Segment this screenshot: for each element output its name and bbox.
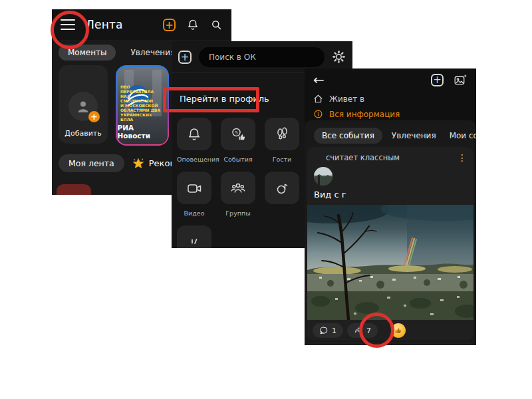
back-icon[interactable]: ← — [313, 73, 325, 86]
tab-all-events[interactable]: Все события — [314, 128, 382, 144]
thumb-up-icon — [394, 327, 402, 334]
menu-item-videos[interactable]: Видео — [177, 172, 211, 225]
annotation-circle-hamburger — [51, 11, 89, 49]
menu-item-guests[interactable]: Гости — [265, 118, 299, 172]
story-card-ria[interactable]: ПВО ПЕРЕХВАТИЛА НАД СМОЛЕНСКОЙ И МОСКОВС… — [116, 65, 169, 146]
menu-item-music-partial[interactable] — [265, 172, 299, 225]
page-title: Лента — [86, 18, 123, 31]
game-icon — [186, 234, 202, 249]
all-info-link: Вся информация — [329, 110, 400, 119]
add-badge-icon: + — [88, 111, 100, 122]
add-post-icon[interactable]: + — [163, 19, 176, 31]
annotation-circle-like — [359, 313, 394, 348]
avatar[interactable] — [314, 167, 332, 186]
lives-in-label: Живет в — [329, 94, 364, 104]
kebab-menu-icon[interactable]: ⋮ — [458, 153, 467, 162]
tab-hobbies[interactable]: Увлечения — [388, 128, 440, 144]
footprints-icon — [274, 126, 290, 142]
person-icon — [75, 98, 91, 114]
video-icon — [186, 180, 202, 196]
comment-button[interactable]: 1 — [313, 323, 343, 338]
next-card-peek — [307, 342, 473, 345]
partial-card — [57, 184, 91, 195]
svg-text:5: 5 — [235, 130, 237, 135]
post-caption: Вид с г — [307, 186, 473, 205]
tab-my-events[interactable]: Мои события — [446, 128, 476, 144]
profile-content: Все события Увлечения Мои события считае… — [305, 120, 476, 345]
info-icon — [313, 109, 323, 119]
story-label: Добавить — [65, 129, 101, 138]
search-placeholder: Поиск в ОК — [209, 53, 256, 62]
annotation-rect-go-to-profile — [163, 87, 259, 112]
post-photo-landscape[interactable] — [307, 205, 473, 320]
post-action-text: считает классным — [326, 153, 400, 162]
bell-icon[interactable] — [186, 18, 200, 31]
add-icon[interactable]: + — [431, 74, 444, 86]
comment-count: 1 — [332, 327, 336, 335]
lives-in-row: Живет в — [305, 91, 476, 106]
my-feed-button[interactable]: Моя лента — [59, 154, 124, 172]
all-info-row[interactable]: Вся информация — [305, 106, 476, 122]
events-badge-icon: 5 — [230, 126, 246, 142]
search-input[interactable]: Поиск в ОК — [199, 47, 325, 67]
add-photo-icon[interactable] — [454, 73, 467, 87]
menu-item-groups[interactable]: Группы — [221, 172, 255, 225]
search-icon[interactable] — [210, 19, 223, 31]
avatar-placeholder: + — [68, 92, 98, 121]
profile-header: ← + — [305, 68, 476, 91]
story-source-name: РИА Новости — [118, 124, 168, 140]
music-icon — [274, 180, 290, 196]
add-story-card[interactable]: + Добавить — [59, 65, 108, 144]
create-icon[interactable]: + — [178, 51, 192, 64]
post-card: считает классным ⋮ Вид с г — [307, 147, 473, 340]
post-header: считает классным ⋮ — [307, 147, 473, 162]
comment-icon — [319, 326, 329, 335]
home-icon — [313, 94, 323, 104]
menu-item-notifications[interactable]: Оповещения — [177, 118, 211, 172]
star-icon — [132, 158, 144, 170]
menu-item-games-partial[interactable] — [177, 225, 211, 248]
gear-icon[interactable] — [332, 50, 346, 64]
story-caption: ПВО ПЕРЕХВАТИЛА НАД СМОЛЕНСКОЙ И МОСКОВС… — [120, 84, 164, 122]
bell-icon — [186, 126, 202, 142]
groups-icon — [230, 180, 246, 196]
menu-item-events[interactable]: 5 События — [221, 118, 255, 172]
profile-tabs: Все события Увлечения Мои события — [305, 120, 476, 148]
profile-screen: ← + Живет в Вся информация Все события У… — [305, 68, 476, 345]
